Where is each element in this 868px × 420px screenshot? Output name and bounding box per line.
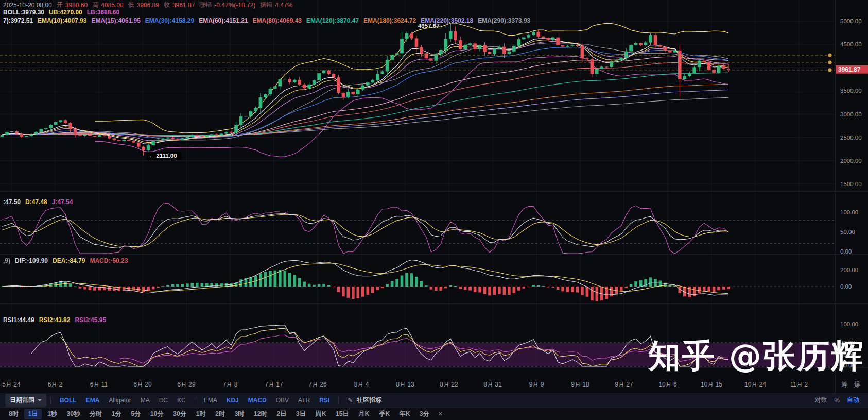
svg-text:3500.00: 3500.00 [840,88,862,94]
edit-icon: ✎ [346,397,354,404]
watermark: 知乎 @张历辉 [648,334,865,378]
svg-text:8月 13: 8月 13 [396,381,414,388]
scale-%[interactable]: % [834,397,840,404]
timeframe-周K[interactable]: 周K [311,409,330,419]
svg-text:筹: 筹 [841,381,847,388]
svg-text:10月 15: 10月 15 [701,381,722,388]
svg-text:6月 11: 6月 11 [90,381,108,388]
timeframe-15日[interactable]: 15日 [332,409,353,419]
remove-interval-button[interactable]: × [438,410,442,418]
timeframe-bar: 8时1日1秒30秒分时1分5分10分30分1时2时3时12时2日3日周K15日月… [0,407,868,420]
indicator-rsi[interactable]: RSI [319,397,329,404]
timeframe-1时[interactable]: 1时 [192,409,209,419]
svg-text:9月 27: 9月 27 [615,381,633,388]
svg-text:1500.00: 1500.00 [840,181,862,187]
divider [338,397,339,404]
svg-text:100.00: 100.00 [840,209,858,215]
indicator-kc[interactable]: KC [177,397,186,404]
divider [50,397,51,404]
svg-text:8月 31: 8月 31 [483,381,502,388]
svg-text:2000.00: 2000.00 [840,158,862,164]
indicator-boll[interactable]: BOLL [60,397,77,404]
timeframe-分时[interactable]: 分时 [86,409,106,419]
svg-text:8月 4: 8月 4 [354,381,369,388]
indicator-ema[interactable]: EMA [204,397,217,404]
indicator-toolbar: 日期范围 BOLLEMAAlligatorMADCKC EMAKDJMACDOB… [0,393,868,407]
alert-marker-icon [828,60,832,64]
timeframe-月K[interactable]: 月K [355,409,373,419]
timeframe-季K[interactable]: 季K [375,409,394,419]
timeframe-30分[interactable]: 30分 [169,409,190,419]
indicator-alligator[interactable]: Alligator [109,397,131,404]
svg-text:3000.00: 3000.00 [840,111,862,117]
svg-text:9月 18: 9月 18 [571,381,589,388]
chart-region[interactable]: 4957.67 →← 2111.005000.004500.004000.003… [0,0,868,393]
svg-text:200.00: 200.00 [840,267,858,273]
svg-text:7月 26: 7月 26 [308,381,327,388]
svg-text:0.00: 0.00 [840,283,852,290]
timeframe-1秒[interactable]: 1秒 [44,409,61,419]
divider [195,397,195,404]
timeframe-12时[interactable]: 12时 [250,409,271,419]
svg-text:50.00: 50.00 [840,229,855,235]
indicator-ema[interactable]: EMA [86,397,100,404]
svg-text:10月 6: 10月 6 [658,381,677,388]
indicator-atr[interactable]: ATR [298,397,310,404]
svg-text:5月 24: 5月 24 [2,381,21,388]
svg-text:0.00: 0.00 [840,248,852,255]
indicator-kdj[interactable]: KDJ [227,397,239,404]
timeframe-1日[interactable]: 1日 [24,409,41,419]
kdj-pane [0,203,835,254]
indicator-dc[interactable]: DC [159,397,168,404]
indicator-macd[interactable]: MACD [248,397,267,404]
svg-text:3961.87: 3961.87 [838,66,861,73]
svg-text:2500.00: 2500.00 [840,135,862,141]
svg-text:4957.67 →: 4957.67 → [418,23,447,29]
alert-marker-icon [828,68,832,72]
timeframe-2日[interactable]: 2日 [273,409,290,419]
svg-text:6月 20: 6月 20 [133,381,152,388]
timeframe-10分[interactable]: 10分 [147,409,167,419]
svg-text:爆: 爆 [854,381,860,388]
svg-text:11月 2: 11月 2 [790,381,808,388]
scale-自动[interactable]: 自动 [847,396,859,405]
svg-text:6月 2: 6月 2 [48,381,63,388]
svg-text:100.00: 100.00 [840,321,858,327]
timeframe-3时[interactable]: 3时 [231,409,248,419]
indicator-obv[interactable]: OBV [276,397,289,404]
macd-pane [0,260,835,301]
price-axis[interactable]: 5000.004500.004000.003500.003000.002500.… [836,18,868,368]
timeframe-1分[interactable]: 1分 [108,409,125,419]
time-axis[interactable]: 5月 246月 26月 116月 206月 297月 87月 177月 268月… [2,381,860,388]
timeframe-8时[interactable]: 8时 [5,409,22,419]
timeframe-5分[interactable]: 5分 [127,409,144,419]
timeframe-3分[interactable]: 3分 [416,409,433,419]
timeframe-30秒[interactable]: 30秒 [63,409,83,419]
timeframe-3日[interactable]: 3日 [292,409,309,419]
svg-text:7月 8: 7月 8 [223,381,238,388]
community-indicators-button[interactable]: ✎ 社区指标 [346,396,381,405]
svg-text:9月 9: 9月 9 [529,381,544,388]
timeframe-年K[interactable]: 年K [395,409,414,419]
date-range-button[interactable]: 日期范围 [5,394,46,407]
svg-text:← 2111.00: ← 2111.00 [149,153,177,159]
alert-marker-icon [828,53,832,57]
indicator-ma[interactable]: MA [141,397,150,404]
svg-text:10月 24: 10月 24 [744,381,766,388]
svg-text:6月 29: 6月 29 [177,381,196,388]
timeframe-2时[interactable]: 2时 [212,409,229,419]
svg-text:4500.00: 4500.00 [840,41,862,47]
svg-text:7月 17: 7月 17 [265,381,283,388]
chevron-down-icon [38,399,42,401]
community-indicators-label: 社区指标 [357,396,381,405]
ema-lines [2,39,728,144]
svg-text:5000.00: 5000.00 [840,18,862,24]
svg-text:8月 22: 8月 22 [440,381,458,388]
date-range-label: 日期范围 [10,396,34,405]
scale-对数[interactable]: 对数 [814,396,827,405]
